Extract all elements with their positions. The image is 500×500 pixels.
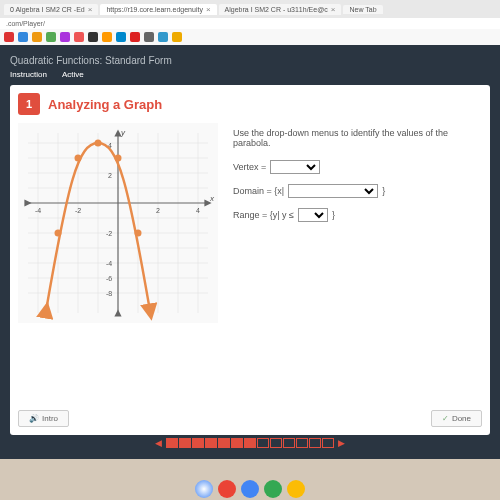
bookmark-icon[interactable] xyxy=(18,32,28,42)
panel-header: 1 Analyzing a Graph xyxy=(18,93,482,115)
vertex-label: Vertex = xyxy=(233,162,266,172)
parabola-graph: x y -4 -2 2 4 4 2 -2 -4 -6 -8 xyxy=(18,123,218,323)
data-point xyxy=(115,155,122,162)
data-point xyxy=(75,155,82,162)
app-icon[interactable] xyxy=(287,480,305,498)
app-icon[interactable] xyxy=(264,480,282,498)
lesson-content: Quadratic Functions: Standard Form Instr… xyxy=(0,45,500,459)
tab-label: 0 Algebra I SM2 CR -Ed xyxy=(10,6,85,13)
bookmark-icon[interactable] xyxy=(4,32,14,42)
progress-box[interactable] xyxy=(205,438,217,448)
app-icon[interactable] xyxy=(218,480,236,498)
bookmark-icon[interactable] xyxy=(32,32,42,42)
lesson-title: Quadratic Functions: Standard Form xyxy=(10,53,490,68)
svg-text:-4: -4 xyxy=(35,207,41,214)
domain-label: Domain = {x| xyxy=(233,186,284,196)
page-number: 1 xyxy=(18,93,40,115)
progress-box[interactable] xyxy=(309,438,321,448)
bookmark-icon[interactable] xyxy=(116,32,126,42)
progress-box[interactable] xyxy=(322,438,334,448)
tab-label: https://r19.core.learn.edgenuity xyxy=(106,6,203,13)
question-area: Use the drop-down menus to identify the … xyxy=(233,123,482,323)
domain-dropdown[interactable] xyxy=(288,184,378,198)
bookmark-icon[interactable] xyxy=(172,32,182,42)
intro-label: Intro xyxy=(42,414,58,423)
browser-tab-2[interactable]: https://r19.core.learn.edgenuity × xyxy=(100,4,216,15)
browser-tab-4[interactable]: New Tab xyxy=(343,5,382,14)
bookmark-icon[interactable] xyxy=(88,32,98,42)
progress-box[interactable] xyxy=(218,438,230,448)
svg-text:-2: -2 xyxy=(75,207,81,214)
os-dock xyxy=(195,480,305,498)
question-text: Use the drop-down menus to identify the … xyxy=(233,128,482,148)
progress-box[interactable] xyxy=(231,438,243,448)
activity-panel: 1 Analyzing a Graph xyxy=(10,85,490,435)
progress-box[interactable] xyxy=(192,438,204,448)
bookmark-icon[interactable] xyxy=(74,32,84,42)
speaker-icon: 🔊 xyxy=(29,414,39,423)
bookmark-icon[interactable] xyxy=(144,32,154,42)
svg-text:-2: -2 xyxy=(106,230,112,237)
intro-button[interactable]: 🔊 Intro xyxy=(18,410,69,427)
svg-text:y: y xyxy=(120,128,126,137)
bookmark-icon[interactable] xyxy=(158,32,168,42)
progress-box[interactable] xyxy=(270,438,282,448)
tab-instruction[interactable]: Instruction xyxy=(10,70,47,79)
browser-tab-3[interactable]: Algebra I SM2 CR - u311h/Ee@c × xyxy=(219,4,342,15)
progress-box[interactable] xyxy=(244,438,256,448)
svg-text:-6: -6 xyxy=(106,275,112,282)
close-icon[interactable]: × xyxy=(331,5,336,14)
data-point xyxy=(135,230,142,237)
svg-text:-4: -4 xyxy=(106,260,112,267)
done-button[interactable]: ✓ Done xyxy=(431,410,482,427)
bookmark-icon[interactable] xyxy=(102,32,112,42)
vertex-dropdown[interactable] xyxy=(270,160,320,174)
progress-box[interactable] xyxy=(257,438,269,448)
chrome-icon[interactable] xyxy=(195,480,213,498)
panel-title: Analyzing a Graph xyxy=(48,97,162,112)
bookmark-icon[interactable] xyxy=(130,32,140,42)
progress-box[interactable] xyxy=(166,438,178,448)
next-arrow-icon[interactable]: ▶ xyxy=(335,438,348,448)
svg-text:4: 4 xyxy=(196,207,200,214)
domain-row: Domain = {x| } xyxy=(233,184,482,198)
bookmark-icon[interactable] xyxy=(60,32,70,42)
tab-label: New Tab xyxy=(349,6,376,13)
tab-active[interactable]: Active xyxy=(62,70,84,79)
range-suffix: } xyxy=(332,210,335,220)
data-point xyxy=(55,230,62,237)
graph-svg: x y -4 -2 2 4 4 2 -2 -4 -6 -8 xyxy=(18,123,218,323)
panel-body: x y -4 -2 2 4 4 2 -2 -4 -6 -8 xyxy=(18,123,482,323)
progress-box[interactable] xyxy=(283,438,295,448)
prev-arrow-icon[interactable]: ◀ xyxy=(152,438,165,448)
app-icon[interactable] xyxy=(241,480,259,498)
vertex-point xyxy=(95,140,102,147)
domain-suffix: } xyxy=(382,186,385,196)
done-label: Done xyxy=(452,414,471,423)
svg-text:-8: -8 xyxy=(106,290,112,297)
bookmark-icon[interactable] xyxy=(46,32,56,42)
url-bar[interactable]: .com/Player/ xyxy=(0,18,500,29)
progress-box[interactable] xyxy=(296,438,308,448)
check-icon: ✓ xyxy=(442,414,449,423)
close-icon[interactable]: × xyxy=(206,5,211,14)
browser-tab-1[interactable]: 0 Algebra I SM2 CR -Ed × xyxy=(4,4,98,15)
url-text: .com/Player/ xyxy=(6,20,45,27)
range-label: Range = {y| y ≤ xyxy=(233,210,294,220)
range-row: Range = {y| y ≤ } xyxy=(233,208,482,222)
browser-tabs-bar: 0 Algebra I SM2 CR -Ed × https://r19.cor… xyxy=(0,0,500,18)
progress-box[interactable] xyxy=(179,438,191,448)
svg-text:2: 2 xyxy=(108,172,112,179)
svg-text:x: x xyxy=(209,194,215,203)
lesson-nav: Instruction Active xyxy=(10,68,490,85)
bookmark-bar xyxy=(0,29,500,45)
svg-text:2: 2 xyxy=(156,207,160,214)
range-dropdown[interactable] xyxy=(298,208,328,222)
vertex-row: Vertex = xyxy=(233,160,482,174)
close-icon[interactable]: × xyxy=(88,5,93,14)
panel-footer: 🔊 Intro ✓ Done xyxy=(18,410,482,427)
progress-strip: ◀ ▶ xyxy=(10,435,490,451)
tab-label: Algebra I SM2 CR - u311h/Ee@c xyxy=(225,6,328,13)
